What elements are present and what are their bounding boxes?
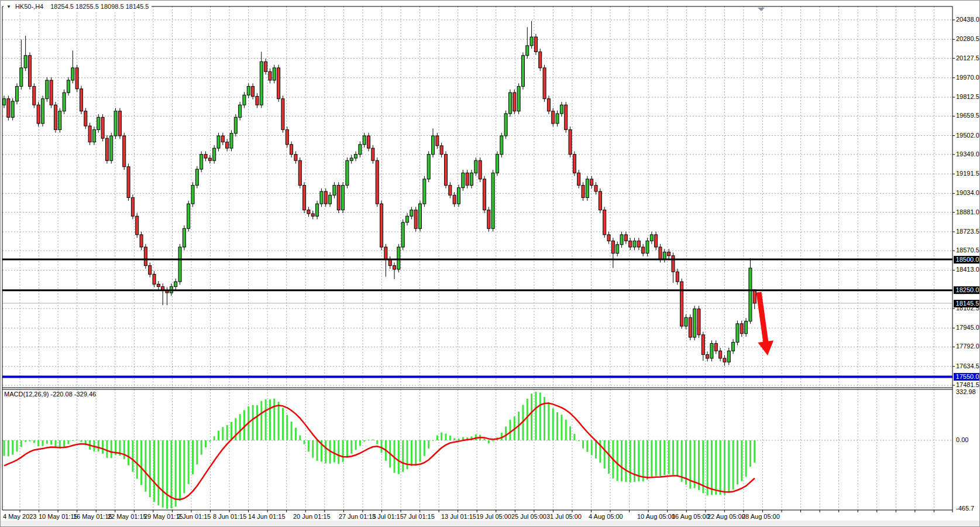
candle-bull <box>732 342 735 351</box>
macd-histogram-bar <box>355 440 357 450</box>
macd-histogram-bar <box>501 433 503 440</box>
candle-bear <box>487 210 490 229</box>
candle-bear <box>607 235 610 241</box>
symbol-dropdown-icon[interactable]: ▼ <box>6 2 11 11</box>
macd-histogram-bar <box>625 440 627 482</box>
candle-bear <box>303 185 306 210</box>
candle-bear <box>668 252 670 255</box>
macd-histogram-bar <box>166 440 168 509</box>
macd-histogram-bar <box>527 399 528 440</box>
candle-bear <box>388 259 391 266</box>
candle-bear <box>221 136 224 142</box>
candle-bear <box>393 266 396 269</box>
chart-canvas[interactable] <box>1 1 980 527</box>
candle-bear <box>594 185 597 191</box>
macd-histogram-bar <box>586 440 588 452</box>
macd-histogram-bar <box>149 440 151 497</box>
macd-histogram-bar <box>111 440 112 458</box>
candle-bear <box>37 105 40 124</box>
macd-histogram-bar <box>659 440 661 476</box>
macd-histogram-bar <box>372 440 374 440</box>
candle-bear <box>311 214 314 216</box>
candle-bear <box>118 111 121 136</box>
macd-histogram-bar <box>720 440 721 495</box>
candle-bear <box>136 216 139 235</box>
chart-quote-ohlc: 18254.5 18255.5 18098.5 18145.5 <box>50 3 149 10</box>
macd-histogram-bar <box>436 436 438 440</box>
candle-bear <box>281 99 284 130</box>
candle-bear <box>256 96 259 105</box>
macd-histogram-bar <box>4 440 5 456</box>
macd-histogram-bar <box>342 440 344 462</box>
candle-bull <box>342 185 345 210</box>
candle-bear <box>440 146 443 155</box>
macd-signal-line <box>4 403 755 500</box>
candle-bull <box>59 111 61 130</box>
macd-histogram-bar <box>432 440 434 441</box>
candle-bear <box>629 241 632 247</box>
candle-bear <box>676 272 679 282</box>
candle-bull <box>41 99 44 124</box>
candle-bull <box>243 95 246 105</box>
macd-histogram-bar <box>698 440 700 490</box>
scroll-marker-icon[interactable] <box>758 8 765 11</box>
macd-histogram-bar <box>252 405 254 440</box>
candle-bear <box>131 198 134 217</box>
macd-histogram-bar <box>539 392 541 440</box>
macd-histogram-bar <box>37 440 39 446</box>
candle-bear <box>144 247 147 266</box>
candle-bear <box>127 167 130 198</box>
macd-histogram-bar <box>201 440 202 455</box>
candle-bear <box>252 87 255 97</box>
sell-arrow-annotation[interactable] <box>757 292 774 355</box>
candle-bear <box>479 160 482 179</box>
candle-bear <box>277 68 280 99</box>
candle-bear <box>376 160 379 204</box>
macd-histogram-bar <box>505 426 507 440</box>
macd-histogram-bar <box>256 405 258 440</box>
macd-histogram-bar <box>102 440 104 454</box>
candle-bull <box>526 46 529 56</box>
macd-histogram-bar <box>273 399 275 440</box>
macd-histogram-bar <box>488 440 490 443</box>
candle-bull <box>200 155 203 169</box>
candle-bear <box>672 256 675 272</box>
candle-bull <box>46 80 49 99</box>
macd-histogram-bar <box>308 440 310 451</box>
candle-bear <box>28 56 31 87</box>
macd-histogram-bar <box>376 440 378 444</box>
macd-histogram-bar <box>132 440 133 472</box>
macd-histogram-bar <box>338 440 339 464</box>
candle-bull <box>685 317 687 326</box>
macd-histogram-bar <box>346 440 348 458</box>
macd-histogram-bar <box>651 440 652 477</box>
macd-histogram-bar <box>655 440 657 476</box>
candle-bull <box>616 245 619 254</box>
macd-histogram-bar <box>668 440 670 474</box>
candle-bear <box>367 136 370 148</box>
candle-bear <box>7 99 10 118</box>
candle-bear <box>655 235 658 247</box>
candle-bull <box>749 268 752 321</box>
candle-bull <box>517 87 520 111</box>
candle-bear <box>534 37 537 52</box>
macd-histogram-bar <box>50 440 52 444</box>
candle-bear <box>264 61 267 71</box>
macd-histogram-bar <box>153 440 155 502</box>
macd-histogram-bar <box>299 435 301 440</box>
candle-bear <box>547 99 550 111</box>
candle-bear <box>577 173 580 185</box>
candle-bear <box>33 87 36 105</box>
candle-bull <box>20 68 23 87</box>
candle-bull <box>457 188 460 204</box>
macd-histogram-bar <box>192 440 194 474</box>
macd-histogram-bar <box>634 440 635 482</box>
candle-bull <box>355 155 357 158</box>
macd-histogram-bar <box>630 440 631 482</box>
macd-histogram-bar <box>325 440 326 463</box>
candle-bull <box>560 105 563 114</box>
candle-bear <box>642 247 645 254</box>
candle-bull <box>230 134 233 148</box>
candle-bear <box>50 80 53 105</box>
macd-histogram-bar <box>411 440 412 466</box>
